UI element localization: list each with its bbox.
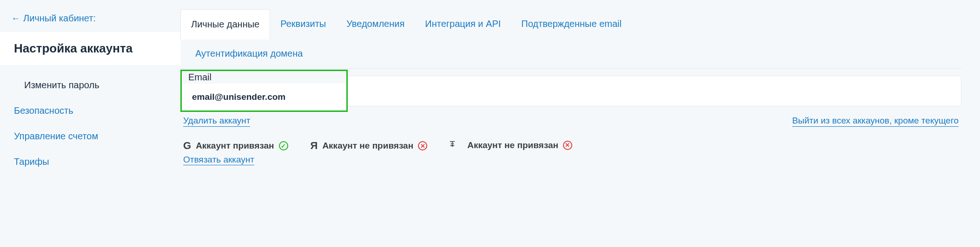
- tab-notifications[interactable]: Уведомления: [336, 9, 415, 39]
- x-circle-icon: ✕: [418, 141, 427, 150]
- arrow-left-icon: ←: [11, 13, 20, 24]
- breadcrumb-label: Личный кабинет:: [23, 13, 96, 24]
- svg-text:ꔊ: ꔊ: [450, 140, 455, 148]
- unlink-google-link[interactable]: Отвязать аккаунт: [183, 155, 254, 165]
- account-google-label: Аккаунт привязан: [196, 141, 274, 151]
- main-content: Личные данные Реквизиты Уведомления Инте…: [180, 9, 980, 175]
- account-google-status: G Аккаунт привязан ✓: [183, 140, 288, 152]
- delete-account-link[interactable]: Удалить аккаунт: [183, 116, 250, 127]
- sidebar-item-billing[interactable]: Управление счетом: [0, 124, 180, 149]
- breadcrumb[interactable]: ← Личный кабинет:: [0, 9, 180, 32]
- sidebar: ← Личный кабинет: Настройка аккаунта Изм…: [0, 9, 180, 175]
- tab-domain-auth[interactable]: Аутентификация домена: [185, 39, 961, 68]
- email-label: Email: [182, 71, 346, 84]
- tab-requisites[interactable]: Реквизиты: [270, 9, 336, 39]
- account-yandex-status[interactable]: Я Аккаунт не привязан ✕: [311, 140, 428, 152]
- yandex-icon: Я: [311, 140, 318, 152]
- logout-others-link[interactable]: Выйти из всех аккаунов, кроме текущего: [792, 116, 959, 127]
- tabs: Личные данные Реквизиты Уведомления Инте…: [180, 9, 961, 69]
- email-value-preview: email@unisender.com: [182, 84, 346, 110]
- page-title: Настройка аккаунта: [0, 32, 180, 65]
- tab-integration-api[interactable]: Интеграция и API: [415, 9, 511, 39]
- account-vk-status[interactable]: ꔊ Аккаунт не привязан ✕: [450, 140, 572, 150]
- tab-confirmed-emails[interactable]: Подтвержденные email: [511, 9, 632, 39]
- google-icon: G: [183, 140, 191, 152]
- account-vk: ꔊ Аккаунт не привязан ✕: [450, 140, 572, 150]
- sidebar-item-security[interactable]: Безопасность: [0, 98, 180, 124]
- x-circle-icon: ✕: [563, 141, 572, 150]
- vk-icon: ꔊ: [450, 140, 463, 150]
- account-vk-label: Аккаунт не привязан: [467, 140, 558, 150]
- account-yandex: Я Аккаунт не привязан ✕: [311, 140, 428, 152]
- sidebar-items: Изменить пароль Безопасность Управление …: [0, 65, 180, 175]
- account-yandex-label: Аккаунт не привязан: [322, 141, 413, 151]
- check-circle-icon: ✓: [279, 141, 288, 150]
- sidebar-item-change-password[interactable]: Изменить пароль: [0, 72, 180, 98]
- account-google: G Аккаунт привязан ✓ Отвязать аккаунт: [183, 140, 288, 165]
- linked-accounts-row: G Аккаунт привязан ✓ Отвязать аккаунт Я …: [180, 129, 961, 165]
- sidebar-item-tariffs[interactable]: Тарифы: [0, 149, 180, 175]
- email-highlight-box: Email email@unisender.com: [180, 70, 348, 112]
- tab-personal-data[interactable]: Личные данные: [180, 9, 270, 39]
